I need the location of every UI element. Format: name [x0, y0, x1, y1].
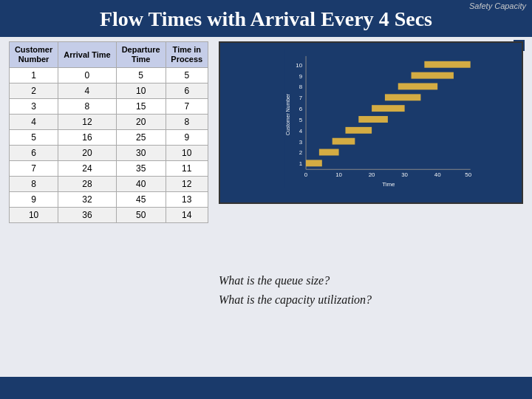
table-cell: 12: [58, 115, 117, 130]
table-cell: 0: [58, 68, 117, 83]
table-cell: 7: [10, 161, 58, 177]
chart-svg: 1 2 3 4 5 6 7 8 9 10 0 10 20 30 40 50 Ti…: [242, 49, 516, 188]
table-cell: 6: [166, 83, 208, 99]
svg-text:3: 3: [299, 139, 303, 146]
watermark: Safety Capacity: [463, 0, 532, 12]
svg-text:Time: Time: [382, 181, 395, 188]
svg-text:0: 0: [304, 171, 308, 178]
table-row: 38157: [10, 99, 208, 115]
table-cell: 40: [116, 177, 166, 192]
table-cell: 5: [10, 130, 58, 146]
table-cell: 9: [166, 130, 208, 146]
table-row: 24106: [10, 83, 208, 99]
table-cell: 32: [58, 192, 117, 208]
table-cell: 10: [166, 146, 208, 161]
table-cell: 30: [116, 146, 166, 161]
svg-text:50: 50: [465, 171, 471, 178]
svg-text:7: 7: [299, 95, 302, 101]
svg-text:8: 8: [299, 83, 303, 90]
table-cell: 24: [58, 161, 117, 177]
table-cell: 14: [166, 208, 208, 223]
page-title: Flow Times with Arrival Every 4 Secs: [15, 7, 517, 31]
table-cell: 12: [166, 177, 208, 192]
table-row: 7243511: [10, 161, 208, 177]
table-cell: 20: [58, 146, 117, 161]
table-cell: 5: [116, 68, 166, 83]
table-row: 412208: [10, 115, 208, 130]
svg-rect-28: [398, 83, 437, 90]
table-cell: 36: [58, 208, 117, 223]
table-cell: 9: [10, 192, 58, 208]
chart-area: 1 2 3 4 5 6 7 8 9 10 0 10 20 30 40 50 Ti…: [219, 41, 523, 204]
table-row: 10365014: [10, 208, 208, 223]
main-content: CustomerNumber Arrival Time DepartureTim…: [0, 37, 532, 377]
table-cell: 35: [116, 161, 166, 177]
table-row: 8284012: [10, 177, 208, 192]
data-table: CustomerNumber Arrival Time DepartureTim…: [9, 41, 208, 223]
table-cell: 28: [58, 177, 117, 192]
svg-text:10: 10: [296, 62, 302, 69]
table-cell: 6: [10, 146, 58, 161]
svg-text:2: 2: [299, 149, 302, 156]
svg-rect-27: [385, 94, 420, 100]
table-row: 9324513: [10, 192, 208, 208]
title-area: Flow Times with Arrival Every 4 Secs: [0, 0, 532, 37]
svg-rect-22: [319, 149, 339, 156]
question-1: What is the queue size?: [219, 271, 523, 290]
svg-rect-26: [372, 105, 405, 112]
svg-text:5: 5: [299, 117, 303, 123]
table-cell: 45: [116, 192, 166, 208]
table-cell: 10: [10, 208, 58, 223]
table-cell: 2: [10, 83, 58, 99]
table-cell: 4: [10, 115, 58, 130]
table-cell: 7: [166, 99, 208, 115]
svg-rect-21: [306, 160, 322, 166]
table-cell: 4: [58, 83, 117, 99]
col-header-arrival: Arrival Time: [58, 42, 117, 68]
svg-text:Customer Number: Customer Number: [285, 93, 290, 135]
col-header-departure: DepartureTime: [116, 42, 166, 68]
table-cell: 1: [10, 68, 58, 83]
questions-area: What is the queue size? What is the capa…: [219, 211, 523, 369]
svg-rect-29: [412, 72, 454, 79]
table-cell: 10: [116, 83, 166, 99]
svg-text:40: 40: [434, 171, 441, 178]
table-row: 516259: [10, 130, 208, 146]
table-cell: 13: [166, 192, 208, 208]
table-cell: 50: [116, 208, 166, 223]
table-cell: 16: [58, 130, 117, 146]
table-cell: 25: [116, 130, 166, 146]
svg-text:9: 9: [299, 73, 303, 80]
question-2: What is the capacity utilization?: [219, 290, 523, 310]
svg-text:6: 6: [299, 106, 303, 112]
table-cell: 11: [166, 161, 208, 177]
table-row: 6203010: [10, 146, 208, 161]
col-header-customer: CustomerNumber: [10, 42, 58, 68]
svg-text:20: 20: [369, 171, 375, 178]
svg-rect-25: [358, 116, 388, 123]
svg-text:1: 1: [299, 160, 303, 167]
svg-text:4: 4: [299, 128, 303, 134]
col-header-time-in-process: Time inProcess: [166, 42, 208, 68]
svg-text:30: 30: [401, 171, 408, 178]
svg-rect-24: [345, 127, 372, 134]
table-cell: 8: [58, 99, 117, 115]
table-cell: 20: [116, 115, 166, 130]
svg-rect-23: [332, 138, 355, 145]
table-cell: 3: [10, 99, 58, 115]
svg-rect-30: [424, 61, 470, 68]
table-cell: 5: [166, 68, 208, 83]
left-panel: CustomerNumber Arrival Time DepartureTim…: [9, 41, 208, 369]
table-row: 1055: [10, 68, 208, 83]
table-cell: 8: [166, 115, 208, 130]
table-cell: 15: [116, 99, 166, 115]
svg-text:10: 10: [335, 171, 342, 178]
right-panel: 1 2 3 4 5 6 7 8 9 10 0 10 20 30 40 50 Ti…: [219, 41, 523, 369]
table-cell: 8: [10, 177, 58, 192]
